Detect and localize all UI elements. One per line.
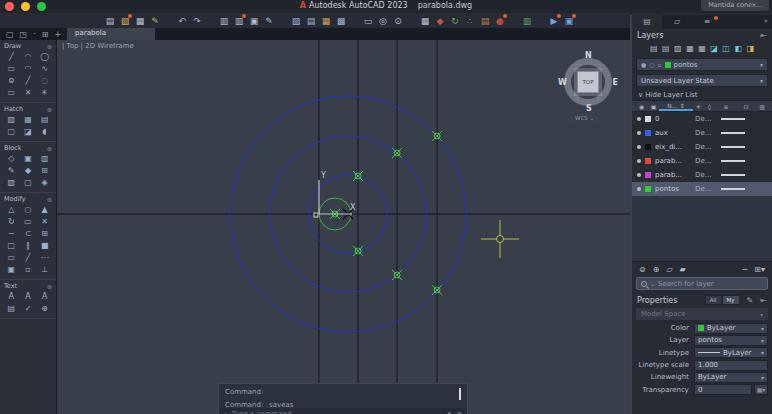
modify-tool-icon[interactable]: ▭ [3, 253, 20, 262]
layer-on-icon[interactable] [637, 145, 641, 149]
save-icon[interactable]: ▦ [134, 15, 146, 27]
layer-state-dropdown[interactable]: Unsaved Layer State ▾ [636, 74, 768, 87]
layer-on-icon[interactable] [637, 173, 641, 177]
command-scrollbar[interactable] [459, 388, 461, 400]
layer-on-icon[interactable] [637, 131, 641, 135]
redo-icon[interactable]: ↷ [191, 15, 203, 27]
current-layer-dropdown[interactable]: ● ○ ▫ pontos ▾ [636, 58, 768, 71]
layer-on-icon[interactable] [637, 159, 641, 163]
draw-tool-icon[interactable]: ∿ [36, 64, 53, 73]
view-options-button[interactable]: ⊞▾ [754, 265, 765, 274]
print-icon[interactable]: ▥ [218, 15, 230, 27]
text-tool-icon[interactable]: ▤ [3, 304, 20, 313]
sheet-set-icon[interactable]: ▦ [320, 15, 332, 27]
viewport-controls[interactable]: | Top | 2D Wireframe [62, 42, 134, 50]
zoom-window-icon[interactable]: ▭ [362, 15, 374, 27]
etransmit-icon[interactable]: ▦ [419, 15, 431, 27]
text-tool-icon[interactable]: ⊕ [36, 304, 53, 313]
viewcube-south[interactable]: S [586, 104, 592, 113]
layer-row-parab[interactable]: parab...De... [632, 154, 772, 168]
block-tool-icon[interactable]: ◈ [36, 178, 53, 187]
draw-tool-icon[interactable]: ◯ [36, 52, 53, 61]
command-window[interactable]: Command: Command: _saveas › Type a comma… [218, 383, 468, 414]
layer-row-pontos[interactable]: pontosDe... [632, 182, 772, 196]
modify-tool-icon[interactable]: ▲ [36, 205, 53, 214]
hatch-tool-icon[interactable]: ▦ [20, 115, 37, 124]
draw-tool-icon[interactable]: ▭ [3, 64, 20, 73]
chevron-down-icon[interactable]: ▾ [761, 349, 764, 356]
orbit-icon[interactable]: ⊙ [392, 15, 404, 27]
autohide-icon[interactable]: ⇤ [760, 296, 767, 305]
draw-tool-icon[interactable]: ✕ [20, 88, 37, 97]
modify-tool-icon[interactable]: △ [3, 205, 20, 214]
save-as-icon[interactable]: ✎ [149, 15, 161, 27]
chevron-down-icon[interactable]: ▾ [761, 374, 764, 381]
property-value-field[interactable]: ByLayer▾ [694, 323, 768, 334]
draw-tool-icon[interactable]: ▭ [3, 88, 20, 97]
tab-layers[interactable]: ▤ [632, 15, 662, 29]
overflow-dot[interactable]: · [33, 30, 36, 39]
box-icon[interactable]: ◳ [20, 30, 28, 39]
feedback-icon[interactable]: ▣ [563, 15, 575, 27]
col-vp-header[interactable]: ▥ [755, 103, 769, 110]
modify-tool-icon[interactable]: □ [3, 241, 20, 250]
col-freeze-header[interactable]: ☀ [693, 103, 704, 110]
text-tool-icon[interactable]: ✓ [20, 304, 37, 313]
property-value-field[interactable]: 0 [694, 384, 752, 395]
file-tab-parabola[interactable]: parabola [67, 28, 155, 40]
text-tool-icon[interactable]: A [3, 292, 20, 301]
modify-tool-icon[interactable]: ∥ [20, 241, 37, 250]
property-value-field[interactable]: 1.000 [694, 360, 768, 371]
quick-select-icon[interactable]: ✎ [747, 296, 754, 305]
text-tool-icon[interactable]: A [36, 292, 53, 301]
layer-on-icon[interactable] [637, 117, 641, 121]
layer-color-swatch[interactable] [645, 186, 651, 192]
draw-tool-icon[interactable]: ◌ [36, 76, 53, 85]
selection-type-dropdown[interactable]: Model Space ▾ [636, 308, 768, 320]
modify-tool-icon[interactable]: ▫ [20, 265, 37, 274]
block-tool-icon[interactable]: ◇ [3, 154, 20, 163]
modify-tool-icon[interactable]: ⋯ [36, 253, 53, 262]
gear-icon[interactable]: ⊛ [47, 106, 52, 113]
layer-row-0[interactable]: 0De... [632, 112, 772, 126]
page-setup-icon[interactable]: ✎ [263, 15, 275, 27]
block-tool-icon[interactable]: ▥ [36, 154, 53, 163]
modify-tool-icon[interactable]: ⊥ [36, 265, 53, 274]
gear-icon[interactable]: ⊛ [47, 43, 52, 50]
layer-tool-icon-1[interactable]: ▤ [662, 44, 670, 53]
gear-icon[interactable]: ⊛ [47, 196, 52, 203]
undo-icon[interactable]: ↶ [176, 15, 188, 27]
plot-preview-icon[interactable]: ▣ [248, 15, 260, 27]
col-color-header[interactable]: ≡ [715, 103, 737, 110]
collapse-button[interactable]: − [742, 265, 749, 274]
hatch-tool-icon[interactable]: ▢ [3, 127, 20, 136]
draw-tool-icon[interactable]: ✳ [36, 88, 53, 97]
layer-tool-icon-3[interactable]: ▦ [686, 44, 694, 53]
workspace-icon[interactable]: ▥ [521, 15, 533, 27]
modify-tool-icon[interactable]: ▭ [20, 217, 37, 226]
viewcube-west[interactable]: W [558, 78, 567, 87]
update-icon[interactable]: ↻ [449, 15, 461, 27]
stamp-icon[interactable]: ◆ [434, 15, 446, 27]
viewcube-east[interactable]: E [613, 78, 618, 87]
block-tool-icon[interactable]: ⊞ [36, 166, 53, 175]
draw-tool-icon[interactable]: ╱ [20, 76, 37, 85]
property-value-field[interactable]: pontos▾ [694, 335, 768, 346]
block-tool-icon[interactable]: ✎ [3, 166, 20, 175]
layer-tool-icon-7[interactable]: ◧ [734, 44, 742, 53]
account-status-button[interactable]: Mantida conex... [701, 0, 769, 11]
gear-icon[interactable]: ⊛ [47, 145, 52, 152]
layer-tool-icon-8[interactable]: ◨ [746, 44, 754, 53]
gear-icon[interactable]: ⊛ [47, 283, 52, 290]
tab-blocks[interactable]: ▱ [662, 15, 692, 29]
command-input[interactable]: › Type a command ▾ ≡ [219, 408, 467, 414]
layer-states-button[interactable]: ⊜ [639, 265, 646, 274]
viewcube[interactable]: N S W E TOP [560, 54, 616, 110]
render-icon[interactable]: ▨ [290, 15, 302, 27]
hatch-tool-icon[interactable]: ▨ [3, 115, 20, 124]
share-icon[interactable]: ▶ [548, 15, 560, 27]
layer-color-swatch[interactable] [645, 158, 651, 164]
draw-tool-icon[interactable]: ◠ [20, 64, 37, 73]
transparency-picker-button[interactable]: ▦▾ [754, 384, 768, 395]
hide-layer-list-toggle[interactable]: ∨ Hide Layer List [632, 89, 772, 100]
